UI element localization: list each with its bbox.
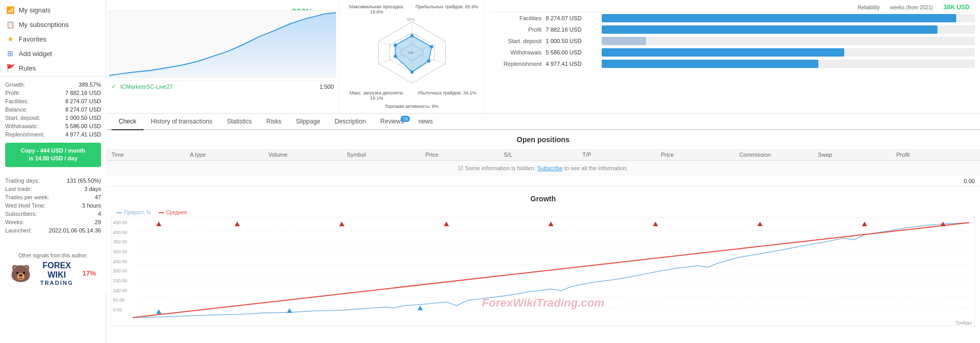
withdrawals-bar-row: Withdrawals 5 586.00 USD	[490, 47, 975, 58]
launched-stat: Launched: 2022.01.06 05:14:36	[5, 226, 101, 235]
col-sl: S/L	[504, 152, 582, 158]
radar-svg: 50% 0%	[360, 16, 464, 89]
sidebar-item-my-subscriptions[interactable]: 📋 My subscriptions	[0, 17, 106, 32]
sidebar: 📶 My signals 📋 My subscriptions ★ Favori…	[0, 0, 106, 343]
tab-history[interactable]: History of transactions	[144, 114, 220, 130]
svg-point-7	[410, 34, 413, 37]
legend-growth: Прирост, %	[117, 210, 151, 215]
growth-section: Growth Прирост, % Среднее 450.00 400.00 …	[106, 187, 980, 328]
withdrawals-bar	[602, 48, 975, 57]
signal-icon: 📶	[6, 6, 15, 14]
col-price2: Price	[661, 152, 739, 158]
legend-red-line	[159, 212, 164, 213]
tab-news[interactable]: news	[411, 114, 440, 130]
profit-bar	[602, 25, 975, 34]
broker-row: ✓ ICMarketsSC-Live27 1:500	[109, 80, 336, 92]
svg-point-9	[427, 59, 430, 62]
col-swap: Swap	[818, 152, 896, 158]
growth-stat: Growth: 389.57%	[5, 80, 101, 89]
profit-bar-row: Profit 7 882.16 USD	[490, 24, 975, 35]
svg-marker-35	[156, 309, 161, 314]
bear-icon: 🐻	[10, 264, 31, 283]
open-positions-section: Open positions Time A type Volume Symbol…	[106, 130, 980, 187]
last-trade-stat: Last trade: 3 days	[5, 185, 101, 193]
y-axis-labels: 450.00 400.00 350.00 300.00 250.00 200.0…	[112, 217, 133, 315]
replenishment-bar-row: Replenishment 4 977.41 USD	[490, 58, 975, 70]
svg-point-10	[410, 70, 413, 73]
tab-statistics[interactable]: Statistics	[220, 114, 259, 130]
subscription-icon: 📋	[6, 20, 15, 29]
open-positions-title: Open positions	[106, 130, 980, 149]
wed-hold-time-stat: Wed Hold Time: 3 hours	[5, 201, 101, 210]
start-deposit-stat: Start. deposit: 1 000.50 USD	[5, 114, 101, 122]
col-tp: T/P	[583, 152, 661, 158]
withdrawals-stat: Withdrawals: 5 586.00 USD	[5, 122, 101, 130]
weeks-stat: Weeks: 29	[5, 218, 101, 226]
trades-per-week-stat: Trades per week: 47	[5, 193, 101, 201]
svg-text:50%: 50%	[407, 17, 415, 22]
tab-check[interactable]: Check	[111, 114, 144, 130]
table-header: Time A type Volume Symbol Price S/L T/P …	[106, 149, 980, 161]
svg-marker-30	[548, 222, 553, 226]
col-profit: Profit	[897, 152, 975, 158]
trading-stats: Trading days: 131 (65.50%) Last trade: 3…	[5, 176, 101, 235]
col-volume: Volume	[268, 152, 347, 158]
top-info-bar: Reliability weeks (from 2021) 38K USD	[490, 3, 975, 12]
balance-stat: Balance: 8 274.07 USD	[5, 105, 101, 114]
tab-description[interactable]: Description	[328, 114, 373, 130]
col-price: Price	[425, 152, 504, 158]
tab-slippage[interactable]: Slippage	[289, 114, 328, 130]
checkbox-icon: ☑	[458, 165, 463, 171]
widget-icon: ⊞	[6, 49, 15, 58]
watermark: ForexWikiTrading.com	[482, 296, 605, 310]
facilities-bar	[602, 14, 975, 22]
col-commission: Commission	[740, 152, 818, 158]
subscribe-link[interactable]: Subscribe	[537, 165, 563, 171]
svg-marker-29	[444, 222, 449, 226]
sidebar-item-my-signals[interactable]: 📶 My signals	[0, 3, 106, 17]
col-symbol: Symbol	[347, 152, 425, 158]
mini-chart-svg	[109, 11, 336, 78]
svg-text:0%: 0%	[408, 50, 414, 55]
tab-bar: Check History of transactions Statistics…	[106, 114, 980, 130]
check-icon: ✓	[111, 83, 116, 90]
col-time: Time	[111, 152, 190, 158]
profit-stat: Profit: 7 882.16 USD	[5, 89, 101, 97]
svg-marker-33	[862, 222, 867, 226]
subscribers-stat: Subscribers: 4	[5, 210, 101, 218]
start-deposit-bar-row: Start. deposit 1 000.50 USD	[490, 35, 975, 47]
rules-icon: 🚩	[6, 64, 15, 72]
facilities-stat: Facilities: 8 274.07 USD	[5, 97, 101, 105]
svg-marker-32	[757, 222, 762, 226]
svg-marker-31	[653, 222, 658, 226]
svg-marker-36	[287, 308, 292, 313]
start-deposit-bar	[602, 37, 975, 45]
right-stats-panel: Reliability weeks (from 2021) 38K USD Fa…	[485, 0, 980, 113]
facilities-bar-row: Facilities 8 274.07 USD	[490, 12, 975, 24]
tab-risks[interactable]: Risks	[259, 114, 289, 130]
star-icon: ★	[6, 35, 15, 43]
svg-marker-28	[339, 222, 344, 226]
replenishment-bar	[602, 60, 975, 68]
growth-chart-big: 450.00 400.00 350.00 300.00 250.00 200.0…	[111, 217, 975, 326]
svg-marker-27	[235, 222, 240, 226]
tab-reviews[interactable]: Reviews 16	[373, 114, 411, 130]
sidebar-logo: Other signals from this author: 🐻 FOREX …	[5, 245, 101, 291]
col-type: A type	[190, 152, 268, 158]
radar-chart-area: Максимальная просадка: 19.6% Прибыльных …	[339, 0, 485, 113]
mini-chart-area: 390% ✓ ICMarket	[106, 0, 339, 113]
growth-legend: Прирост, % Среднее	[111, 208, 975, 217]
table-total-row: 0.00	[106, 176, 980, 187]
replenishment-stat: Replenishment: 4 977.41 USD	[5, 130, 101, 139]
svg-point-11	[393, 54, 396, 58]
svg-point-8	[430, 45, 433, 48]
svg-marker-26	[156, 222, 161, 226]
sidebar-item-add-widget[interactable]: ⊞ Add widget	[0, 46, 106, 61]
legend-blue-line	[117, 212, 122, 213]
growth-title: Growth	[111, 189, 975, 208]
sidebar-item-rules[interactable]: 🚩 Rules	[0, 61, 106, 75]
sidebar-item-favorites[interactable]: ★ Favorites	[0, 32, 106, 46]
chart-bottom-label: Трейды	[955, 320, 972, 325]
signal-stats-panel: Growth: 389.57% Profit: 7 882.16 USD Fac…	[0, 78, 106, 294]
copy-button[interactable]: Copy - 444 USD / month is 14.80 USD / da…	[5, 143, 101, 167]
